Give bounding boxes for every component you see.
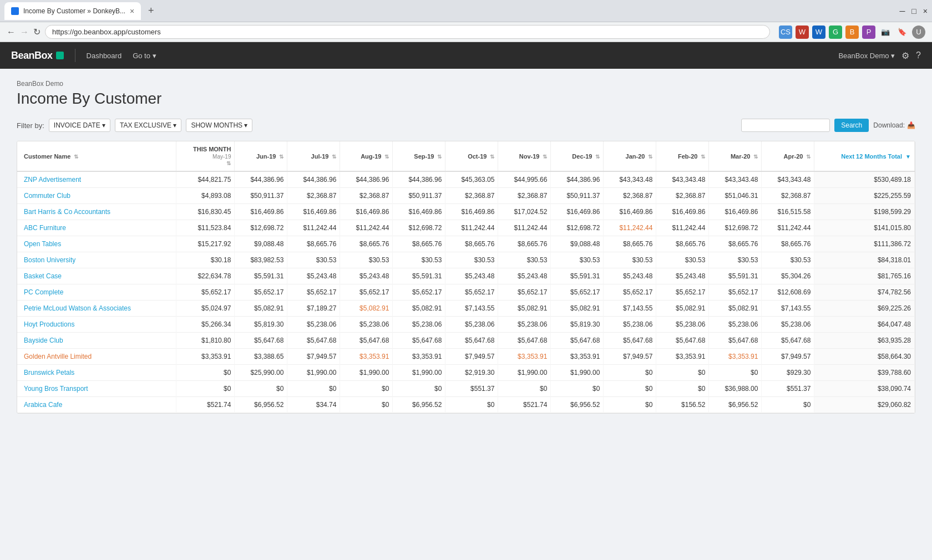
window-maximize-icon[interactable]: □	[911, 7, 916, 16]
period-filter-dropdown[interactable]: SHOW MONTHS ▾	[186, 119, 252, 132]
extension-orange-icon[interactable]: B	[845, 26, 859, 39]
cell-jan20: $8,665.76	[604, 236, 656, 252]
nav-help-icon[interactable]: ?	[916, 50, 921, 60]
th-sep19[interactable]: Sep-19 ⇅	[393, 141, 445, 171]
cell-jan20: $30.53	[604, 252, 656, 268]
brand-logo[interactable]: BeanBox	[11, 50, 64, 62]
th-oct19[interactable]: Oct-19 ⇅	[445, 141, 498, 171]
cell-customer[interactable]: PC Complete	[17, 284, 176, 301]
cell-customer[interactable]: ABC Furniture	[17, 220, 176, 236]
cell-feb20: $0	[656, 365, 709, 381]
extension-blue-icon[interactable]: W	[812, 26, 825, 39]
user-avatar-icon[interactable]: U	[912, 26, 925, 39]
nav-goto[interactable]: Go to ▾	[133, 52, 156, 60]
browser-tab[interactable]: Income By Customer » DonkeyB... ×	[4, 2, 141, 20]
extension-red-icon[interactable]: W	[796, 26, 809, 39]
table-row: Basket Case$22,634.78$5,591.31$5,243.48$…	[17, 268, 915, 284]
bookmark-icon[interactable]: 🔖	[895, 26, 909, 39]
cell-dec19: $5,082.91	[551, 301, 604, 317]
tab-title: Income By Customer » DonkeyB...	[23, 7, 125, 15]
table-row: ABC Furniture$11,523.84$12,698.72$11,242…	[17, 220, 915, 236]
nav-right: BeanBox Demo ▾ ⚙ ?	[838, 50, 921, 61]
cell-apr20: $929.30	[762, 365, 814, 381]
cell-customer[interactable]: Young Bros Transport	[17, 381, 176, 397]
cell-mar20: $3,353.91	[709, 349, 762, 365]
date-filter-dropdown[interactable]: INVOICE DATE ▾	[49, 119, 110, 132]
sort-icon-dec19: ⇅	[595, 154, 600, 160]
cell-aug19: $5,082.91	[340, 301, 393, 317]
table-header-row: Customer Name ⇅ THIS MONTH May-19 ⇅ Jun-…	[17, 141, 915, 171]
forward-icon[interactable]: →	[20, 27, 29, 37]
cell-sep19: $12,698.72	[393, 220, 445, 236]
cell-customer[interactable]: Boston University	[17, 252, 176, 268]
cell-customer[interactable]: Open Tables	[17, 236, 176, 252]
download-link[interactable]: Download: 📥	[873, 121, 915, 129]
cell-jun19: $44,386.96	[235, 171, 287, 188]
th-next12[interactable]: Next 12 Months Total ▼	[814, 141, 915, 171]
cell-feb20: $5,082.91	[656, 301, 709, 317]
refresh-icon[interactable]: ↻	[33, 27, 40, 37]
cell-oct19: $2,368.87	[445, 188, 498, 204]
th-feb20[interactable]: Feb-20 ⇅	[656, 141, 709, 171]
cell-next12: $63,935.28	[814, 333, 915, 349]
cell-jul19: $7,949.57	[287, 349, 340, 365]
cell-jan20: $5,652.17	[604, 284, 656, 301]
cell-dec19: $44,386.96	[551, 171, 604, 188]
th-apr20[interactable]: Apr-20 ⇅	[762, 141, 814, 171]
cell-customer[interactable]: Bart Harris & Co Accountants	[17, 204, 176, 220]
cell-customer[interactable]: Petrie McLoud Watson & Associates	[17, 301, 176, 317]
cell-customer[interactable]: Basket Case	[17, 268, 176, 284]
cell-sep19: $5,082.91	[393, 301, 445, 317]
cell-jun19: $25,990.00	[235, 365, 287, 381]
th-dec19[interactable]: Dec-19 ⇅	[551, 141, 604, 171]
cell-customer[interactable]: Bayside Club	[17, 333, 176, 349]
cell-jan20: $11,242.44	[604, 220, 656, 236]
th-nov19[interactable]: Nov-19 ⇅	[498, 141, 551, 171]
page-wrapper: BeanBox Demo Income By Customer Filter b…	[0, 69, 932, 560]
cell-oct19: $5,652.17	[445, 284, 498, 301]
nav-user-menu[interactable]: BeanBox Demo ▾	[838, 52, 895, 60]
cell-dec19: $3,353.91	[551, 349, 604, 365]
th-customer[interactable]: Customer Name ⇅	[17, 141, 176, 171]
th-this-month[interactable]: THIS MONTH May-19 ⇅	[176, 141, 235, 171]
cell-nov19: $5,652.17	[498, 284, 551, 301]
cell-customer[interactable]: ZNP Advertisement	[17, 171, 176, 188]
nav-dashboard[interactable]: Dashboard	[87, 52, 122, 60]
camera-icon[interactable]: 📷	[879, 26, 892, 39]
window-minimize-icon[interactable]: ─	[899, 7, 905, 16]
search-input[interactable]	[741, 119, 830, 132]
cell-feb20: $5,243.48	[656, 268, 709, 284]
cell-jan20: $5,238.06	[604, 317, 656, 333]
cell-customer[interactable]: Hoyt Productions	[17, 317, 176, 333]
th-jun19[interactable]: Jun-19 ⇅	[235, 141, 287, 171]
nav-settings-icon[interactable]: ⚙	[901, 50, 909, 61]
back-icon[interactable]: ←	[7, 27, 16, 37]
th-mar20[interactable]: Mar-20 ⇅	[709, 141, 762, 171]
th-aug19[interactable]: Aug-19 ⇅	[340, 141, 393, 171]
cell-jan20: $5,243.48	[604, 268, 656, 284]
cell-jun19: $5,591.31	[235, 268, 287, 284]
address-bar-input[interactable]	[45, 25, 770, 39]
cell-apr20: $43,343.48	[762, 171, 814, 188]
cell-nov19: $44,995.66	[498, 171, 551, 188]
cell-oct19: $8,665.76	[445, 236, 498, 252]
search-button[interactable]: Search	[834, 119, 869, 132]
extension-purple-icon[interactable]: P	[862, 26, 875, 39]
cell-customer[interactable]: Commuter Club	[17, 188, 176, 204]
browser-chrome: Income By Customer » DonkeyB... × + ─ □ …	[0, 0, 932, 22]
th-jul19[interactable]: Jul-19 ⇅	[287, 141, 340, 171]
window-close-icon[interactable]: ×	[923, 7, 928, 16]
extension-green-icon[interactable]: G	[829, 26, 842, 39]
cell-sep19: $5,652.17	[393, 284, 445, 301]
cell-customer[interactable]: Brunswick Petals	[17, 365, 176, 381]
cell-customer[interactable]: Golden Antville Limited	[17, 349, 176, 365]
cell-customer[interactable]: Arabica Cafe	[17, 397, 176, 413]
tab-close-icon[interactable]: ×	[130, 7, 134, 16]
extension-cs-icon[interactable]: CS	[779, 26, 792, 39]
cell-mar20: $5,082.91	[709, 301, 762, 317]
th-jan20[interactable]: Jan-20 ⇅	[604, 141, 656, 171]
new-tab-button[interactable]: +	[143, 3, 159, 19]
tax-filter-dropdown[interactable]: TAX EXCLUSIVE ▾	[115, 119, 181, 132]
cell-mar20: $0	[709, 365, 762, 381]
cell-apr20: $8,665.76	[762, 236, 814, 252]
